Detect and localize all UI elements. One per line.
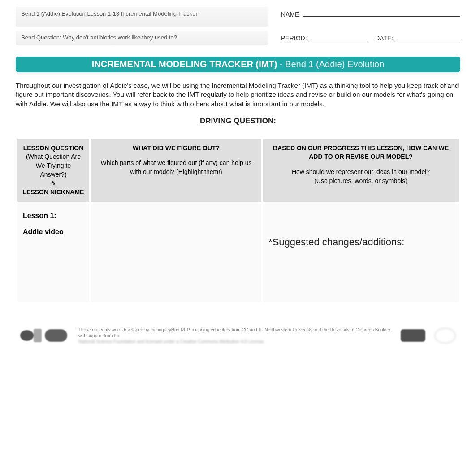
period-field: PERIOD: [281,34,366,42]
footer-logo-left [20,327,69,344]
th-figured-out: WHAT DID WE FIGURE OUT? Which parts of w… [91,139,261,202]
footer-logo-right [434,328,456,344]
th-col1-amp: & [22,179,85,188]
date-field: DATE: [375,34,460,42]
driving-question-heading: DRIVING QUESTION: [16,117,460,126]
th-col1-sub: (What Question Are We Trying to Answer?) [22,153,85,179]
header-row-1: Bend 1 (Addie) Evolution Lesson 1-13 Inc… [16,7,460,27]
name-field: NAME: [281,10,460,18]
period-input-line[interactable] [309,34,366,40]
tracker-table: LESSON QUESTION (What Question Are We Tr… [16,137,460,305]
period-date-fields: PERIOD: DATE: [281,34,460,42]
doc-title-line1: Bend 1 (Addie) Evolution Lesson 1-13 Inc… [16,7,268,27]
th-col2-sub: Which parts of what we figured out (if a… [95,159,257,176]
th-col3-bold: BASED ON OUR PROGRESS THIS LESSON, HOW C… [268,144,454,161]
header-row-2: Bend Question: Why don't antibiotics wor… [16,31,460,45]
th-col3-sub1: How should we represent our ideas in our… [268,168,454,177]
footer-line1: These materials were developed by the in… [78,327,392,339]
doc-title-line2: Bend Question: Why don't antibiotics wor… [16,31,268,45]
title-banner: INCREMENTAL MODELING TRACKER (IMT) - Ben… [16,57,460,72]
date-input-line[interactable] [395,34,460,40]
th-col1-bold2: LESSON NICKNAME [22,188,85,197]
footer: These materials were developed by the in… [16,327,460,344]
date-label: DATE: [375,35,393,42]
intro-paragraph: Throughout our investigation of Addie's … [16,81,460,109]
banner-bold: INCREMENTAL MODELING TRACKER (IMT) [92,59,277,69]
banner-rest: - Bend 1 (Addie) Evolution [277,59,384,69]
period-date-row: PERIOD: DATE: [281,31,460,45]
cell-revise: *Suggested changes/additions: [263,204,459,302]
cell-figured-out [91,204,261,302]
table-row: Lesson 1: Addie video *Suggested changes… [17,204,459,302]
footer-line2: National Science Foundation and licensed… [78,339,392,344]
th-col3-sub2: (Use pictures, words, or symbols) [268,177,454,186]
period-label: PERIOD: [281,35,307,42]
th-revise-model: BASED ON OUR PROGRESS THIS LESSON, HOW C… [263,139,459,202]
document-page: Bend 1 (Addie) Evolution Lesson 1-13 Inc… [0,0,476,358]
suggested-changes-text: *Suggested changes/additions: [268,236,453,248]
footer-attribution: These materials were developed by the in… [78,327,392,344]
name-input-line[interactable] [303,10,460,17]
th-col2-bold: WHAT DID WE FIGURE OUT? [95,144,257,153]
th-lesson-question: LESSON QUESTION (What Question Are We Tr… [17,139,89,202]
name-label: NAME: [281,11,301,18]
lesson-number: Lesson 1: [23,212,84,220]
th-col1-bold1: LESSON QUESTION [22,144,85,153]
name-field-row: NAME: [281,7,460,27]
cell-lesson: Lesson 1: Addie video [17,204,89,302]
footer-logo-mid [401,329,425,342]
lesson-nickname: Addie video [23,228,84,236]
